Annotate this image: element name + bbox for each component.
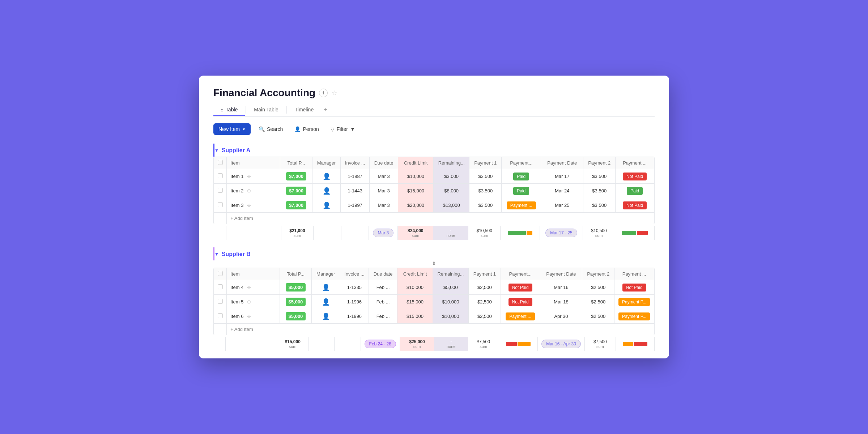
row-remaining: $8,000 — [434, 184, 469, 198]
supplier-b-paydate-badge: Mar 16 - Apr 30 — [541, 340, 581, 348]
supplier-b-header[interactable]: ▼ Supplier B — [213, 247, 655, 260]
row-remaining: $10,000 — [433, 295, 468, 309]
add-item-button[interactable]: + Add Item — [227, 213, 654, 224]
row-paystat2[interactable]: Payment P... — [614, 295, 654, 309]
table-row: Item 1 ⊕ $7,000 👤 1-1887 Mar 3 $10,000 $… — [214, 169, 654, 184]
col-item-a: Item — [227, 157, 280, 169]
row-paystat1[interactable]: Payment ... — [501, 309, 540, 324]
row-manager[interactable]: 👤 — [311, 295, 340, 309]
manager-avatar: 👤 — [322, 313, 330, 320]
col-due-b: Due date — [369, 268, 397, 280]
favorite-button[interactable]: ☆ — [331, 89, 337, 97]
row-manager[interactable]: 👤 — [312, 184, 341, 198]
supplier-a-paydate-badge: Mar 17 - 25 — [545, 229, 577, 237]
add-item-button[interactable]: + Add Item — [227, 324, 654, 335]
col-item-b: Item — [227, 268, 280, 280]
row-item: Item 6 ⊕ — [227, 309, 280, 324]
row-credit: $20,000 — [398, 198, 434, 213]
row-remaining: $13,000 — [434, 198, 469, 213]
row-paystat2[interactable]: Not Paid — [616, 169, 654, 184]
row-pay1: $2,500 — [468, 280, 501, 295]
table-row: Item 3 ⊕ $7,000 👤 1-1997 Mar 3 $20,000 $… — [214, 198, 654, 213]
add-person-icon[interactable]: ⊕ — [247, 299, 251, 305]
row-paystat1[interactable]: Payment ... — [502, 198, 541, 213]
add-item-row[interactable]: + Add Item — [214, 213, 654, 224]
row-paystat2[interactable]: Payment P... — [614, 309, 654, 324]
row-paydate: Mar 16 — [540, 280, 582, 295]
row-manager[interactable]: 👤 — [311, 280, 340, 295]
add-person-icon[interactable]: ⊕ — [247, 285, 251, 290]
row-invoice: 1-1335 — [340, 280, 369, 295]
row-check[interactable] — [214, 295, 227, 309]
app-window: Financial Accounting ℹ ☆ ⌂ Table Main Ta… — [199, 76, 669, 358]
tab-main-table[interactable]: Main Table — [247, 104, 285, 116]
filter-button[interactable]: ▽ Filter ▼ — [327, 124, 359, 134]
row-manager[interactable]: 👤 — [312, 198, 341, 213]
col-check-a — [214, 157, 227, 169]
col-pay1-b: Payment 1 — [468, 268, 501, 280]
col-total-a: Total P... — [280, 157, 312, 169]
row-item: Item 5 ⊕ — [227, 295, 280, 309]
table-row: Item 6 ⊕ $5,000 👤 1-1996 Feb ... $15,000… — [214, 309, 654, 324]
supplier-a-collapse-icon: ▼ — [214, 148, 219, 153]
supplier-b-pay2-bar — [620, 342, 651, 346]
add-person-icon[interactable]: ⊕ — [247, 188, 251, 193]
row-total: $7,000 — [280, 198, 312, 213]
col-paystat1-a: Payment... — [502, 157, 541, 169]
row-item: Item 3 ⊕ — [227, 198, 280, 213]
row-due: Mar 3 — [369, 198, 398, 213]
row-credit: $15,000 — [398, 184, 434, 198]
row-check[interactable] — [214, 198, 227, 213]
add-person-icon[interactable]: ⊕ — [247, 314, 251, 319]
row-manager[interactable]: 👤 — [312, 169, 341, 184]
person-button[interactable]: 👤 Person — [291, 124, 322, 134]
row-check[interactable] — [214, 280, 227, 295]
add-person-icon[interactable]: ⊕ — [247, 203, 251, 208]
row-paystat1[interactable]: Not Paid — [501, 295, 540, 309]
row-check[interactable] — [214, 184, 227, 198]
row-paystat2[interactable]: Paid — [616, 184, 654, 198]
tab-table[interactable]: ⌂ Table — [213, 104, 245, 116]
add-item-row[interactable]: + Add Item — [214, 324, 654, 335]
select-all-b[interactable] — [218, 271, 223, 276]
row-pay1: $2,500 — [468, 295, 501, 309]
row-pay1: $2,500 — [468, 309, 501, 324]
row-paydate: Mar 25 — [541, 198, 583, 213]
row-pay2: $2,500 — [582, 280, 614, 295]
filter-chevron-icon: ▼ — [350, 126, 355, 132]
row-paystat2[interactable]: Not Paid — [616, 198, 654, 213]
row-manager[interactable]: 👤 — [311, 309, 340, 324]
row-item: Item 1 ⊕ — [227, 169, 280, 184]
row-paydate: Mar 17 — [541, 169, 583, 184]
col-manager-a: Manager — [312, 157, 341, 169]
supplier-a-header[interactable]: ▼ Supplier A — [213, 144, 655, 157]
add-person-icon[interactable]: ⊕ — [247, 174, 251, 179]
search-button[interactable]: 🔍 Search — [255, 124, 286, 134]
row-pay1: $3,500 — [469, 184, 502, 198]
row-paystat2[interactable]: Not Paid — [614, 280, 654, 295]
row-check[interactable] — [214, 309, 227, 324]
row-paystat1[interactable]: Paid — [502, 169, 541, 184]
tab-timeline[interactable]: Timeline — [288, 104, 321, 116]
new-item-button[interactable]: New Item ▼ — [213, 123, 251, 135]
col-paystat1-b: Payment... — [501, 268, 540, 280]
col-pay2-a: Payment 2 — [583, 157, 616, 169]
manager-avatar: 👤 — [323, 187, 331, 195]
row-credit: $15,000 — [397, 309, 433, 324]
col-invoice-a: Invoice ... — [341, 157, 370, 169]
resize-handle[interactable]: ⇕ — [213, 260, 655, 266]
row-remaining: $5,000 — [433, 280, 468, 295]
row-paystat1[interactable]: Not Paid — [501, 280, 540, 295]
row-check[interactable] — [214, 169, 227, 184]
page-title: Financial Accounting — [213, 87, 315, 99]
col-pay1-a: Payment 1 — [469, 157, 502, 169]
row-paystat1[interactable]: Paid — [502, 184, 541, 198]
select-all-a[interactable] — [218, 160, 223, 165]
info-icon[interactable]: ℹ — [319, 89, 328, 97]
tab-divider-2 — [286, 106, 287, 114]
manager-avatar: 👤 — [322, 298, 330, 306]
row-total: $5,000 — [280, 295, 312, 309]
supplier-b-table: Item Total P... Manager Invoice ... Due … — [213, 268, 655, 335]
add-tab-button[interactable]: + — [321, 103, 331, 116]
row-paydate: Apr 30 — [540, 309, 582, 324]
